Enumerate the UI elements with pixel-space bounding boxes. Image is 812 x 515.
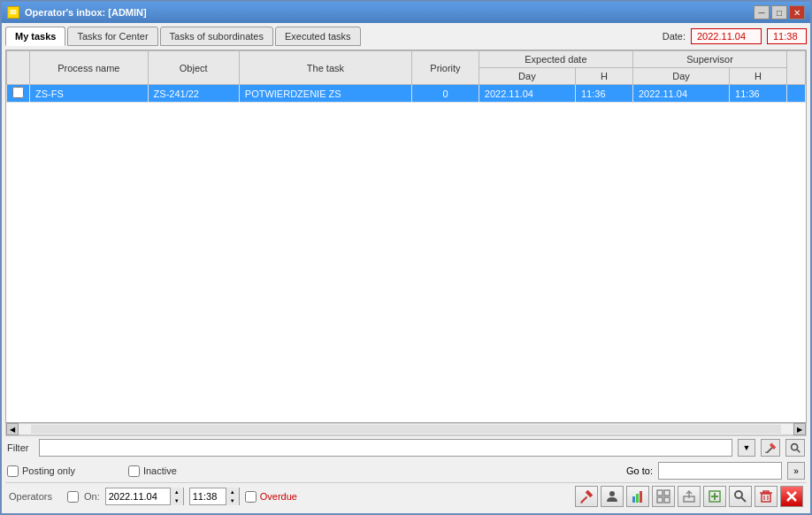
filter-dropdown-button[interactable]: ▼ (738, 439, 755, 457)
scroll-left-arrow[interactable]: ◀ (6, 423, 19, 435)
status-checkbox[interactable] (67, 491, 79, 503)
svg-rect-10 (636, 494, 639, 503)
svg-rect-9 (632, 496, 635, 503)
scroll-track[interactable] (31, 425, 781, 434)
filter-search-button[interactable] (785, 439, 805, 457)
svg-rect-13 (664, 490, 670, 496)
goto-button[interactable]: » (787, 462, 805, 480)
date-area: Date: 2022.11.04 11:38 (663, 28, 807, 44)
time-display: 11:38 (767, 28, 807, 44)
tab-tasks-of-subordinates[interactable]: Tasks of subordinates (160, 27, 273, 46)
close-action-button[interactable] (780, 486, 803, 507)
row-exp-h1: 11:36 (575, 85, 632, 103)
time-spinner[interactable]: ▲ ▼ (226, 488, 239, 505)
svg-rect-0 (766, 447, 772, 453)
tab-bar: My tasks Tasks for Center Tasks of subor… (5, 27, 361, 46)
status-time-input[interactable]: 11:38 (190, 491, 226, 502)
svg-rect-5 (580, 496, 587, 503)
row-object: ZS-241/22 (148, 85, 239, 103)
inactive-input[interactable] (128, 465, 140, 477)
overdue-input[interactable] (245, 491, 257, 503)
row-process: ZS-FS (30, 85, 149, 103)
col-process: Process name (30, 51, 149, 85)
posting-only-checkbox[interactable]: Posting only (7, 465, 75, 477)
row-exp-day2: 2022.11.04 (632, 85, 729, 103)
tab-my-tasks[interactable]: My tasks (5, 27, 65, 46)
minimize-button[interactable]: ─ (754, 5, 770, 19)
svg-rect-14 (657, 497, 663, 503)
overdue-checkbox[interactable]: Overdue (245, 491, 297, 503)
subheader-h2: H (730, 68, 787, 85)
time-spin-down[interactable]: ▼ (226, 496, 239, 505)
date-label: Date: (663, 31, 686, 42)
svg-rect-11 (640, 491, 642, 503)
add-button[interactable] (703, 486, 726, 507)
svg-point-3 (792, 444, 798, 450)
svg-point-8 (609, 491, 615, 496)
date-spin-up[interactable]: ▲ (171, 488, 183, 496)
svg-rect-15 (664, 497, 670, 503)
row-task: POTWIERDZENIE ZS (239, 85, 411, 103)
svg-rect-23 (762, 494, 770, 502)
titlebar: ✉ Operator's inbox: [ADMIN] ─ □ ✕ (2, 2, 810, 23)
pencil-icon (764, 442, 777, 454)
goto-area: Go to: » (626, 462, 805, 480)
top-bar: My tasks Tasks for Center Tasks of subor… (5, 27, 807, 46)
filter-edit-button[interactable] (761, 439, 780, 457)
toolbar-right (575, 486, 803, 507)
filter-input[interactable] (39, 439, 732, 457)
app-icon: ✉ (7, 6, 19, 19)
maximize-button[interactable]: □ (771, 5, 787, 19)
svg-line-22 (741, 497, 746, 502)
export-button[interactable] (678, 486, 701, 507)
svg-rect-25 (763, 491, 769, 493)
subheader-h1: H (575, 68, 632, 85)
col-supervisor (787, 51, 806, 85)
row-exp-h2: 11:36 (730, 85, 787, 103)
content-area: My tasks Tasks for Center Tasks of subor… (2, 23, 810, 513)
row-supervisor (787, 85, 806, 103)
svg-point-21 (735, 491, 742, 498)
task-table-container: Process name Object The task Priority Ex… (5, 50, 807, 423)
posting-only-input[interactable] (7, 465, 19, 477)
titlebar-buttons: ─ □ ✕ (754, 5, 805, 19)
filter-bar: Filter ▼ (5, 435, 807, 459)
status-date-field[interactable]: 2022.11.04 ▲ ▼ (105, 488, 184, 505)
status-checkbox-input[interactable] (67, 491, 79, 503)
user-button[interactable] (601, 486, 624, 507)
table-row[interactable]: ZS-FS ZS-241/22 POTWIERDZENIE ZS 0 2022.… (7, 85, 806, 103)
row-checkbox-cell[interactable] (7, 85, 30, 103)
date-display: 2022.11.04 (691, 28, 762, 44)
scroll-right-arrow[interactable]: ▶ (793, 423, 806, 435)
date-spinner[interactable]: ▲ ▼ (170, 488, 183, 505)
row-exp-day1: 2022.11.04 (479, 85, 575, 103)
on-label: On: (84, 491, 100, 502)
edit-button[interactable] (575, 486, 598, 507)
date-spin-down[interactable]: ▼ (171, 496, 183, 505)
tab-executed-tasks[interactable]: Executed tasks (275, 27, 361, 46)
filter-label: Filter (7, 442, 34, 453)
status-date-input[interactable]: 2022.11.04 (106, 491, 170, 502)
status-time-field[interactable]: 11:38 ▲ ▼ (189, 488, 240, 505)
titlebar-left: ✉ Operator's inbox: [ADMIN] (7, 6, 147, 19)
goto-label: Go to: (626, 465, 653, 476)
row-checkbox[interactable] (12, 87, 24, 98)
delete-button[interactable] (755, 486, 778, 507)
inactive-checkbox[interactable]: Inactive (128, 465, 177, 477)
col-expected-date-1: Expected date (479, 51, 632, 68)
grid-button[interactable] (652, 486, 675, 507)
horizontal-scrollbar[interactable]: ◀ ▶ (5, 423, 807, 435)
col-priority: Priority (412, 51, 479, 85)
tab-tasks-for-center[interactable]: Tasks for Center (67, 27, 157, 46)
col-object: Object (148, 51, 239, 85)
close-button[interactable]: ✕ (789, 5, 805, 19)
svg-line-4 (797, 450, 801, 453)
row-priority: 0 (412, 85, 479, 103)
col-checkbox (7, 51, 30, 85)
wrench-icon (789, 442, 801, 454)
goto-input[interactable] (658, 462, 782, 480)
subheader-day2: Day (632, 68, 729, 85)
search-button[interactable] (729, 486, 752, 507)
chart-button[interactable] (626, 486, 649, 507)
time-spin-up[interactable]: ▲ (226, 488, 239, 496)
